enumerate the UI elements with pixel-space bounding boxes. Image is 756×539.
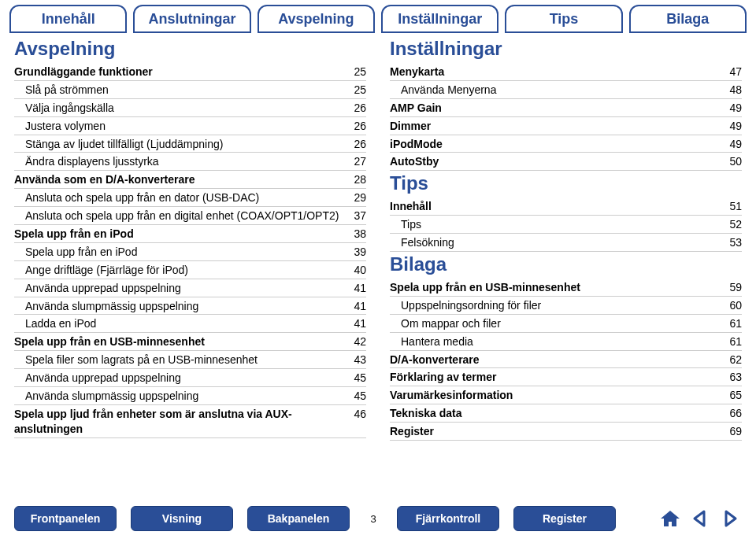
toc-row[interactable]: Hantera media61 [390, 333, 742, 351]
toc-row[interactable]: Felsökning53 [390, 234, 742, 252]
toc-page: 61 [718, 316, 742, 331]
content-area: Avspelning Grundläggande funktioner25Slå… [0, 33, 756, 441]
toc-page: 48 [718, 83, 742, 98]
toc-label: Ladda en iPod [14, 316, 343, 331]
toc-label: Spela filer som lagrats på en USB-minnes… [14, 353, 343, 367]
toc-row[interactable]: Ändra displayens ljusstyrka27 [14, 153, 366, 171]
toc-page: 45 [343, 371, 366, 386]
toc-label: Spela upp från en iPod [14, 227, 343, 242]
toc-row[interactable]: Spela upp ljud från enheter som är anslu… [14, 405, 366, 438]
left-column: Avspelning Grundläggande funktioner25Slå… [14, 36, 366, 441]
footer-btn-visning[interactable]: Visning [131, 506, 233, 531]
toc-page: 41 [343, 281, 366, 296]
footer-btn-frontpanelen[interactable]: Frontpanelen [14, 506, 117, 531]
toc-label: Ansluta och spela upp från en digital en… [14, 209, 343, 223]
toc-label: iPodMode [390, 137, 718, 152]
toc-row[interactable]: Grundläggande funktioner25 [14, 63, 366, 81]
toc-label: Register [390, 424, 718, 439]
toc-label: Dimmer [390, 119, 718, 134]
toc-rows: Spela upp från en USB-minnesenhet59Uppsp… [390, 279, 742, 441]
toc-page: 26 [343, 137, 366, 152]
toc-row[interactable]: Uppspelningsordning för filer60 [390, 297, 742, 315]
toc-label: Ange driftläge (Fjärrläge för iPod) [14, 263, 343, 278]
toc-row[interactable]: Justera volymen26 [14, 117, 366, 135]
toc-row[interactable]: Spela upp från en iPod39 [14, 243, 366, 261]
toc-row[interactable]: AMP Gain49 [390, 99, 742, 117]
home-icon[interactable] [658, 508, 682, 529]
toc-label: Spela upp från en USB-minnesenhet [390, 280, 718, 295]
toc-row[interactable]: Register69 [390, 423, 742, 441]
toc-row[interactable]: Tekniska data66 [390, 404, 742, 423]
footer-nav: Frontpanelen Visning Bakpanelen 3 Fjärrk… [0, 506, 756, 531]
next-icon[interactable] [718, 508, 742, 529]
toc-page: 40 [343, 263, 366, 278]
toc-row[interactable]: Använda slumpmässig uppspelning45 [14, 387, 366, 405]
section-heading: Avspelning [14, 38, 366, 60]
tab-tips[interactable]: Tips [505, 5, 622, 33]
toc-row[interactable]: Ladda en iPod41 [14, 315, 366, 333]
tab-avspelning[interactable]: Avspelning [258, 5, 375, 33]
toc-row[interactable]: Använda som en D/A-konverterare28 [14, 171, 366, 189]
tab-bilaga[interactable]: Bilaga [629, 5, 747, 33]
toc-row[interactable]: Tips52 [390, 216, 742, 234]
toc-row[interactable]: Välja ingångskälla26 [14, 99, 366, 117]
toc-row[interactable]: Ange driftläge (Fjärrläge för iPod)40 [14, 261, 366, 279]
toc-page: 39 [343, 245, 366, 260]
prev-icon[interactable] [688, 508, 712, 529]
toc-row[interactable]: Varumärkesinformation65 [390, 386, 742, 404]
toc-row[interactable]: Ansluta och spela upp från en dator (USB… [14, 189, 366, 207]
toc-row[interactable]: Ansluta och spela upp från en digital en… [14, 207, 366, 225]
toc-row[interactable]: Menykarta47 [390, 63, 742, 81]
toc-row[interactable]: Spela upp från en USB-minnesenhet59 [390, 279, 742, 297]
toc-label: Använda slumpmässig uppspelning [14, 299, 343, 314]
toc-label: AutoStby [390, 154, 718, 169]
toc-row[interactable]: Om mappar och filer61 [390, 315, 742, 333]
toc-label: Använda som en D/A-konverterare [14, 172, 343, 187]
page-number: 3 [364, 513, 383, 525]
toc-label: Ändra displayens ljusstyrka [14, 154, 343, 169]
toc-row[interactable]: Slå på strömmen25 [14, 81, 366, 99]
toc-label: Använda Menyerna [390, 83, 718, 98]
toc-label: Menykarta [390, 65, 718, 79]
toc-page: 61 [718, 334, 742, 349]
toc-page: 66 [718, 406, 742, 421]
toc-row[interactable]: Dimmer49 [390, 117, 742, 135]
toc-label: Spela upp från en iPod [14, 245, 343, 260]
tab-installningar[interactable]: Inställningar [381, 5, 498, 33]
toc-page: 47 [718, 65, 742, 79]
toc-label: Varumärkesinformation [390, 388, 718, 403]
toc-page: 45 [343, 389, 366, 404]
footer-btn-fjarrkontroll[interactable]: Fjärrkontroll [397, 506, 499, 531]
top-tabs: Innehåll Anslutningar Avspelning Inställ… [0, 0, 756, 33]
footer-btn-register[interactable]: Register [513, 506, 616, 531]
tab-innehall[interactable]: Innehåll [9, 5, 127, 33]
toc-row[interactable]: Förklaring av termer63 [390, 368, 742, 386]
toc-label: Uppspelningsordning för filer [390, 298, 718, 313]
toc-row[interactable]: Spela upp från en iPod38 [14, 225, 366, 243]
toc-row[interactable]: D/A-konverterare62 [390, 351, 742, 369]
toc-row[interactable]: Använda upprepad uppspelning45 [14, 369, 366, 387]
tab-anslutningar[interactable]: Anslutningar [133, 5, 250, 33]
right-column: InställningarMenykarta47Använda Menyerna… [390, 36, 742, 441]
toc-row[interactable]: Spela upp från en USB-minnesenhet42 [14, 333, 366, 351]
toc-page: 26 [343, 119, 366, 134]
footer-btn-bakpanelen[interactable]: Bakpanelen [247, 506, 350, 531]
toc-label: Stänga av ljudet tillfälligt (Ljuddämpni… [14, 137, 343, 152]
toc-page: 25 [343, 83, 366, 98]
toc-row[interactable]: Innehåll51 [390, 198, 742, 216]
left-rows: Grundläggande funktioner25Slå på strömme… [14, 63, 366, 438]
toc-page: 50 [718, 154, 742, 169]
toc-page: 53 [718, 235, 742, 250]
toc-page: 38 [343, 227, 366, 242]
toc-row[interactable]: AutoStby50 [390, 153, 742, 171]
toc-page: 25 [343, 65, 366, 79]
toc-page: 43 [343, 353, 366, 367]
toc-row[interactable]: iPodMode49 [390, 135, 742, 153]
toc-page: 26 [343, 101, 366, 116]
toc-row[interactable]: Använda slumpmässig uppspelning41 [14, 297, 366, 316]
toc-row[interactable]: Spela filer som lagrats på en USB-minnes… [14, 351, 366, 369]
toc-label: Tips [390, 217, 718, 232]
toc-row[interactable]: Stänga av ljudet tillfälligt (Ljuddämpni… [14, 135, 366, 153]
toc-row[interactable]: Använda Menyerna48 [390, 81, 742, 99]
toc-row[interactable]: Använda upprepad uppspelning41 [14, 279, 366, 297]
